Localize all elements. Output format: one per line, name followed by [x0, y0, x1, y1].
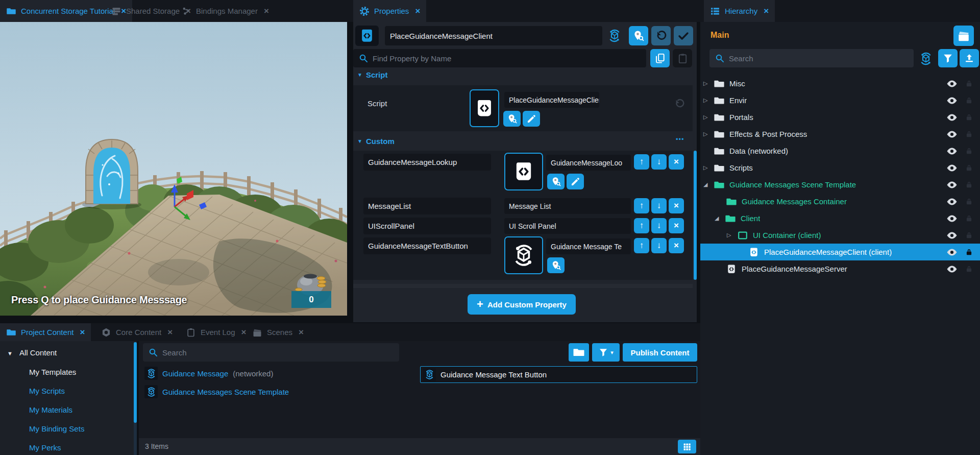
close-icon[interactable]: ×	[299, 328, 304, 337]
hierarchy-search-input[interactable]	[729, 54, 909, 63]
close-icon[interactable]: ×	[80, 328, 85, 337]
delete-property-button[interactable]: ×	[669, 198, 684, 213]
locate-asset-button[interactable]	[629, 26, 648, 45]
properties-scrollbar[interactable]	[694, 151, 697, 280]
content-item-label[interactable]: Guidance Messages Scene Template	[162, 388, 289, 396]
tab-hierarchy[interactable]: Hierarchy ×	[704, 0, 775, 22]
move-down-button[interactable]: ↓	[651, 154, 667, 170]
entity-name-field[interactable]	[385, 26, 602, 45]
visibility-eye-icon[interactable]	[946, 212, 958, 225]
lock-icon[interactable]	[965, 180, 973, 189]
paste-properties-button[interactable]	[673, 49, 692, 67]
locate-asset-button[interactable]	[547, 257, 565, 273]
sidebar-scrollbar-thumb[interactable]	[134, 342, 137, 423]
expander-icon[interactable]: ◢	[715, 215, 725, 222]
find-property-input[interactable]	[373, 54, 641, 63]
revert-script-icon[interactable]	[674, 98, 685, 109]
custom-section-header[interactable]: ▼ Custom	[357, 137, 395, 146]
expander-icon[interactable]: ▷	[703, 97, 714, 104]
custom-prop-value[interactable]: UI Scroll Panel	[504, 218, 631, 234]
move-down-button[interactable]: ↓	[651, 198, 667, 213]
sidebar-item-my-materials[interactable]: My Materials	[29, 405, 72, 414]
publish-content-button[interactable]: Publish Content	[623, 343, 697, 362]
move-up-button[interactable]: ↑	[634, 154, 649, 170]
script-value-box[interactable]: PlaceGuidanceMessageClient	[504, 92, 599, 108]
visibility-eye-icon[interactable]	[946, 246, 958, 258]
custom-prop-name[interactable]: GuidanceMessageTextButton	[363, 237, 491, 254]
lock-icon[interactable]	[965, 231, 973, 240]
hierarchy-search-field[interactable]	[709, 49, 914, 67]
move-down-button[interactable]: ↓	[651, 218, 667, 233]
visibility-eye-icon[interactable]	[946, 162, 958, 174]
content-search-field[interactable]	[143, 343, 399, 362]
custom-prop-name[interactable]: GuidanceMessageLookup	[363, 154, 491, 171]
visibility-eye-icon[interactable]	[946, 128, 958, 140]
lock-icon[interactable]	[965, 96, 973, 105]
tree-item-ui-container-client[interactable]: ▷ UI Container (client)	[700, 227, 980, 244]
custom-menu-icon[interactable]: •••	[676, 135, 684, 143]
move-down-button[interactable]: ↓	[651, 238, 667, 253]
content-item-guidance-messages-scene-template[interactable]: Guidance Messages Scene Template	[144, 385, 289, 398]
section-expander-icon[interactable]: ▼	[357, 72, 362, 78]
tab-core-content[interactable]: Core Content ×	[95, 323, 179, 341]
tree-item-misc[interactable]: ▷ Misc	[700, 75, 980, 92]
tab-scenes[interactable]: Scenes ×	[246, 323, 310, 341]
lock-icon[interactable]	[965, 79, 973, 88]
locate-script-button[interactable]	[503, 111, 521, 127]
custom-prop-name[interactable]: UIScrollPanel	[363, 218, 491, 234]
add-custom-property-button[interactable]: + Add Custom Property	[468, 294, 576, 315]
tab-project-content[interactable]: Project Content ×	[0, 323, 91, 341]
tree-item-envir[interactable]: ▷ Envir	[700, 92, 980, 109]
delete-property-button[interactable]: ×	[669, 238, 684, 253]
content-search-input[interactable]	[162, 348, 394, 357]
lock-icon[interactable]	[965, 113, 973, 122]
lock-icon[interactable]	[965, 130, 973, 138]
lock-icon[interactable]	[965, 197, 973, 206]
lock-icon[interactable]	[965, 147, 973, 155]
delete-property-button[interactable]: ×	[669, 154, 684, 170]
revert-button[interactable]	[651, 26, 671, 45]
visibility-eye-icon[interactable]	[946, 263, 958, 275]
visibility-eye-icon[interactable]	[946, 78, 958, 90]
expander-icon[interactable]: ▷	[727, 232, 737, 238]
content-item-label[interactable]: Guidance Message Text Button	[440, 370, 547, 379]
script-section-header[interactable]: ▼ Script	[357, 70, 387, 79]
sidebar-item-my-templates[interactable]: My Templates	[29, 368, 76, 376]
tree-item-guidance-messages-container[interactable]: Guidance Messages Container	[700, 193, 980, 210]
visibility-eye-icon[interactable]	[946, 94, 958, 107]
script-thumbnail[interactable]	[504, 153, 543, 190]
close-icon[interactable]: ×	[167, 328, 173, 337]
tab-properties[interactable]: Properties ×	[353, 0, 426, 22]
content-filter-button[interactable]: ▾	[592, 343, 620, 362]
custom-prop-value[interactable]: Message List	[504, 198, 631, 214]
tree-open-icon[interactable]: ▼	[7, 350, 13, 356]
find-property-field[interactable]	[353, 49, 646, 67]
lock-icon[interactable]	[965, 163, 973, 172]
viewport-3d[interactable]: Press Q to place Guidance Messsage 0	[0, 22, 347, 316]
content-item-selected[interactable]: Guidance Message Text Button	[420, 366, 697, 383]
content-item-label[interactable]: Guidance Message	[162, 369, 228, 378]
sidebar-item-all-content[interactable]: ▼All Content	[7, 348, 57, 357]
content-item-guidance-message[interactable]: Guidance Message (networked)	[144, 367, 273, 380]
tree-item-scripts[interactable]: ▷ Scripts	[700, 159, 980, 176]
capture-scene-button[interactable]	[953, 26, 974, 46]
move-up-button[interactable]: ↑	[634, 218, 649, 233]
locate-script-button[interactable]	[547, 174, 565, 189]
tree-item-effects-post-process[interactable]: ▷ Effects & Post Process	[700, 126, 980, 142]
asset-thumbnail[interactable]	[504, 236, 543, 274]
visibility-eye-icon[interactable]	[946, 179, 958, 191]
delete-property-button[interactable]: ×	[669, 218, 684, 233]
visibility-eye-icon[interactable]	[946, 111, 958, 124]
edit-script-button[interactable]	[567, 174, 584, 189]
script-thumbnail[interactable]	[470, 89, 499, 127]
expander-icon[interactable]: ◢	[703, 181, 714, 188]
expander-icon[interactable]: ▷	[703, 114, 714, 121]
close-icon[interactable]: ×	[264, 7, 269, 15]
expander-icon[interactable]: ▷	[703, 131, 714, 137]
tree-item-client[interactable]: ◢ Client	[700, 210, 980, 227]
tree-item-place-guidance-message-server[interactable]: PlaceGuidanceMessageServer	[700, 260, 980, 277]
tab-event-log[interactable]: Event Log ×	[180, 323, 253, 341]
edit-script-button[interactable]	[523, 111, 540, 127]
close-icon[interactable]: ×	[415, 7, 420, 15]
custom-prop-value[interactable]: GuidanceMessageLoo	[546, 155, 631, 171]
